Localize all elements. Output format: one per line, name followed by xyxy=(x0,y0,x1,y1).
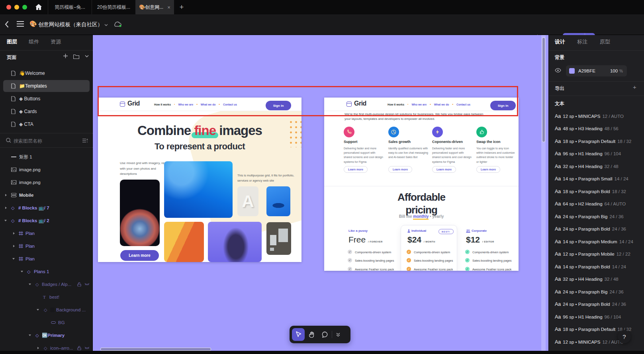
canvas-frame-grid-pricing[interactable]: Grid How it works Who we are What we do … xyxy=(324,98,519,271)
layer-row-blocks-2[interactable]: ◇ # Blocks 📺/ 2 xyxy=(0,214,93,227)
annotation-rectangle[interactable] xyxy=(98,86,518,116)
zoom-window-button[interactable] xyxy=(22,5,27,10)
hidden-eye-icon[interactable] xyxy=(84,346,90,350)
filter-sort-icon[interactable] xyxy=(82,138,88,143)
design-canvas[interactable]: Grid How it works Who we are What we do … xyxy=(93,35,548,351)
layer-row-mobile[interactable]: Mobile xyxy=(0,189,93,201)
text-style-row[interactable]: Aa18 sp • Paragraph Bold18 / 32 xyxy=(555,185,644,198)
text-style-row[interactable]: Aa14 sp • Paragraph Bold14 / 24 xyxy=(555,260,644,273)
layer-row-primary[interactable]: ◇ 🆗Primary xyxy=(0,329,93,342)
layer-row-blocks-7[interactable]: ◇ # Blocks 📺/ 7 xyxy=(0,201,93,214)
comment-tool-icon[interactable] xyxy=(318,331,332,338)
text-style-row[interactable]: Aa24 sp • Paragraph Bold24 / 36 xyxy=(555,298,644,311)
text-style-row[interactable]: Aa96 sp • H1 Heading96 / 104 xyxy=(555,148,644,160)
page-item-buttons[interactable]: ◆ Buttons xyxy=(0,92,93,105)
collapse-arrow-icon[interactable] xyxy=(37,309,39,311)
tab-prototype[interactable]: 原型 xyxy=(600,38,610,45)
tab-assets[interactable]: 资源 xyxy=(51,38,61,45)
text-style-row[interactable]: Aa24 sp • Paragraph Big24 / 36 xyxy=(555,286,644,298)
pages-collapse-chevron-icon[interactable] xyxy=(85,55,89,57)
browser-tab-active[interactable]: 🎨 创意网... × xyxy=(135,0,174,14)
text-style-row[interactable]: Aa12 sp • Paragraph Mobile12 / 22 xyxy=(555,248,644,261)
layer-row-rectangle[interactable]: 矩形 1 xyxy=(0,151,93,163)
text-style-row[interactable]: Aa14 sp • Paragraph Medium14 / 24 xyxy=(555,235,644,248)
vertical-scrollbar-track[interactable] xyxy=(541,35,546,351)
text-style-row[interactable]: Aa24 sp • Paragraph Bold24 / 36 xyxy=(555,223,644,236)
frame-layer-icon xyxy=(19,244,23,248)
expand-arrow-icon[interactable] xyxy=(37,347,39,349)
text-style-row[interactable]: Aa24 sp • Paragraph Big24 / 36 xyxy=(555,210,644,223)
page-folder-icon[interactable] xyxy=(73,54,79,59)
layer-row-plan[interactable]: Plan xyxy=(0,227,93,240)
expand-arrow-icon[interactable] xyxy=(5,207,7,209)
horizontal-scrollbar[interactable] xyxy=(100,348,211,351)
layer-row-background[interactable]: ◇ Background ... xyxy=(0,303,93,316)
hidden-eye-icon[interactable] xyxy=(84,283,90,286)
expand-arrow-icon[interactable] xyxy=(13,232,15,235)
text-style-row[interactable]: Aa14 sp • Paragraph Small14 / 24 xyxy=(555,173,644,186)
layer-row-image[interactable]: image.png xyxy=(0,176,93,189)
layer-row-plan[interactable]: Plan xyxy=(0,240,93,252)
text-style-row[interactable]: Aa64 sp • H2 Heading64 / AUTO xyxy=(555,198,644,211)
background-color-field[interactable]: A29BFE 100 % xyxy=(566,65,627,76)
collapse-arrow-icon[interactable] xyxy=(12,258,15,260)
layer-row-image[interactable]: image.png xyxy=(0,163,93,176)
text-style-row[interactable]: Aa18 sp • Paragraph Default18 / 32 xyxy=(555,135,644,148)
document-title[interactable]: 创意网站模板（来自社区） xyxy=(38,21,103,28)
canvas-frame-grid-hero[interactable]: Grid How it works Who we are What we do … xyxy=(98,98,301,262)
search-input[interactable] xyxy=(13,137,76,145)
hand-tool-icon[interactable] xyxy=(305,331,318,338)
new-tab-button[interactable]: + xyxy=(178,3,186,12)
layer-row-best-text[interactable]: T best! xyxy=(0,291,93,303)
text-style-row[interactable]: Aa32 sp • H4 Heading32 / 48 xyxy=(555,273,644,286)
tab-layers[interactable]: 图层 xyxy=(7,38,17,45)
check-icon: ✓ xyxy=(407,258,411,262)
page-icon xyxy=(11,122,16,127)
expand-arrow-icon[interactable] xyxy=(13,245,15,247)
collapse-arrow-icon[interactable] xyxy=(29,284,31,285)
home-icon[interactable] xyxy=(35,4,42,10)
layer-row-badges[interactable]: ◇ Badges / Alp... xyxy=(0,278,93,291)
help-button[interactable]: ? xyxy=(618,330,631,343)
doc-title-chevron-down-icon[interactable] xyxy=(104,24,108,26)
collapse-double-chevron-icon[interactable] xyxy=(332,332,344,337)
vertical-scrollbar-thumb[interactable] xyxy=(542,37,545,142)
collapse-arrow-icon[interactable] xyxy=(21,271,23,272)
browser-tab-2[interactable]: 20份简历模板... xyxy=(92,0,135,14)
select-tool-active[interactable] xyxy=(292,328,305,341)
layer-row-plan[interactable]: Plan xyxy=(0,252,93,265)
collapse-arrow-icon[interactable] xyxy=(29,334,31,336)
visibility-eye-icon[interactable] xyxy=(555,68,561,72)
color-swatch[interactable] xyxy=(569,68,575,74)
collapse-arrow-icon[interactable] xyxy=(4,220,7,221)
text-style-row[interactable]: Aa48 sp • H3 Heading48 / 56 xyxy=(555,123,644,135)
lock-icon[interactable] xyxy=(77,346,81,350)
expand-arrow-icon[interactable] xyxy=(5,194,7,196)
text-style-row[interactable]: Aa18 sp • Paragraph Default18 / 32 xyxy=(555,323,644,336)
color-opacity-value[interactable]: 100 xyxy=(610,68,618,73)
color-hex-value[interactable]: A29BFE xyxy=(578,68,595,73)
add-export-icon[interactable]: + xyxy=(633,84,636,90)
text-style-row[interactable]: Aa96 sp • H1 Heading96 / 104 xyxy=(555,311,644,323)
tab-components[interactable]: 组件 xyxy=(29,38,39,45)
main-menu-icon[interactable] xyxy=(17,21,24,27)
close-window-button[interactable] xyxy=(6,5,11,10)
cloud-sync-icon[interactable] xyxy=(113,21,122,28)
add-page-icon[interactable] xyxy=(63,53,68,59)
tab-annotate[interactable]: 标注 xyxy=(577,38,587,45)
lock-icon[interactable] xyxy=(77,282,81,287)
feature-desc: You can toggle to any icon within instan… xyxy=(476,146,515,164)
text-style-row[interactable]: Aa32 sp • H4 Heading32 / 48 xyxy=(555,160,644,173)
layer-row-bg[interactable]: BG xyxy=(0,316,93,329)
minimize-window-button[interactable] xyxy=(14,5,19,10)
close-tab-icon[interactable]: × xyxy=(167,4,170,10)
text-style-row[interactable]: Aa12 sp • MINICAPS12 / AUTO xyxy=(555,110,644,123)
browser-tab-1[interactable]: 简历模板–免... xyxy=(48,0,92,14)
tab-design[interactable]: 设计 xyxy=(555,38,565,45)
page-item-welcome[interactable]: 👋Welcome xyxy=(0,67,93,80)
layer-row-plans-1[interactable]: ◇ Plans 1 xyxy=(0,265,93,278)
page-item-cta[interactable]: ◆ CTA xyxy=(0,118,93,131)
back-icon[interactable] xyxy=(5,21,9,28)
page-item-templates-selected[interactable]: 📁Templates xyxy=(0,80,93,92)
page-item-cards[interactable]: ◆ Cards xyxy=(0,105,93,118)
